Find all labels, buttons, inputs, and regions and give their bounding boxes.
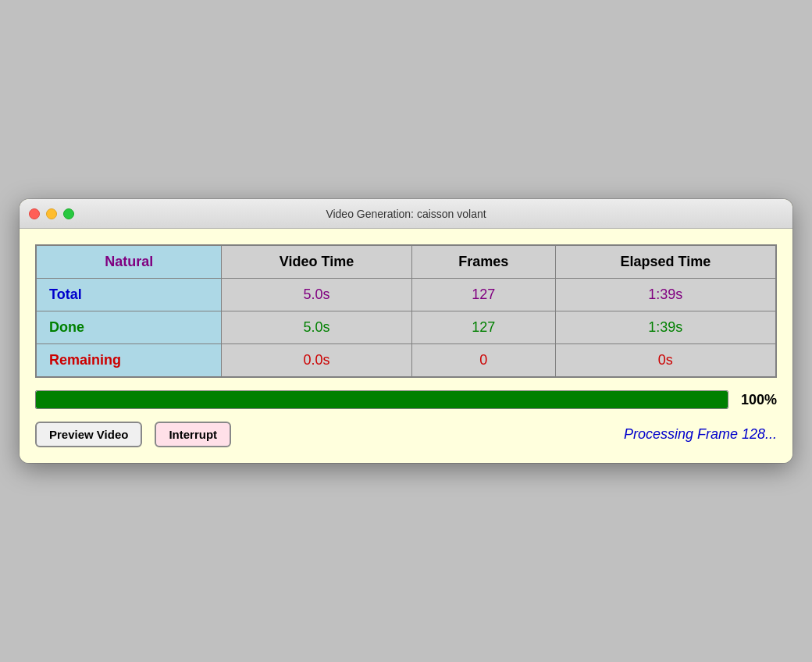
- close-button[interactable]: [29, 208, 40, 219]
- maximize-button[interactable]: [63, 208, 74, 219]
- remaining-elapsed-time: 0s: [555, 344, 776, 378]
- preview-video-button[interactable]: Preview Video: [35, 422, 142, 447]
- processing-status: Processing Frame 128...: [250, 426, 777, 443]
- remaining-label: Remaining: [36, 344, 222, 378]
- progress-bar-container: [35, 390, 728, 409]
- main-window: Video Generation: caisson volant Natural…: [20, 199, 792, 463]
- done-frames: 127: [411, 311, 555, 344]
- window-title: Video Generation: caisson volant: [326, 208, 486, 220]
- content-area: Natural Video Time Frames Elapsed Time T…: [20, 229, 792, 463]
- header-natural: Natural: [36, 245, 222, 279]
- done-label: Done: [36, 311, 222, 344]
- interrupt-button[interactable]: Interrupt: [155, 422, 231, 447]
- progress-bar-fill: [36, 391, 728, 408]
- done-elapsed-time: 1:39s: [555, 311, 776, 344]
- done-video-time: 5.0s: [222, 311, 411, 344]
- table-row-done: Done 5.0s 127 1:39s: [36, 311, 776, 344]
- titlebar: Video Generation: caisson volant: [20, 199, 792, 229]
- remaining-frames: 0: [411, 344, 555, 378]
- total-frames: 127: [411, 279, 555, 311]
- progress-section: 100%: [35, 390, 777, 409]
- total-elapsed-time: 1:39s: [555, 279, 776, 311]
- buttons-row: Preview Video Interrupt Processing Frame…: [35, 422, 777, 447]
- total-label: Total: [36, 279, 222, 311]
- table-row-remaining: Remaining 0.0s 0 0s: [36, 344, 776, 378]
- total-video-time: 5.0s: [222, 279, 411, 311]
- table-row-total: Total 5.0s 127 1:39s: [36, 279, 776, 311]
- progress-label: 100%: [738, 392, 777, 408]
- remaining-video-time: 0.0s: [222, 344, 411, 378]
- header-video-time: Video Time: [222, 245, 411, 279]
- header-elapsed-time: Elapsed Time: [555, 245, 776, 279]
- header-frames: Frames: [411, 245, 555, 279]
- minimize-button[interactable]: [46, 208, 57, 219]
- stats-table: Natural Video Time Frames Elapsed Time T…: [35, 244, 777, 378]
- traffic-lights: [29, 208, 74, 219]
